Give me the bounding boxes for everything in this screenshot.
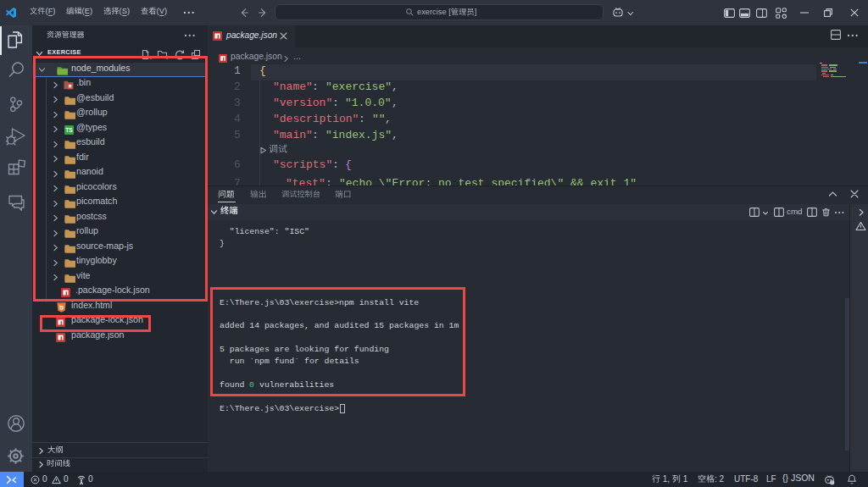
svg-text:,: , (385, 113, 392, 126)
svg-text:EXERCISE: EXERCISE (47, 48, 81, 56)
svg-text:&&: && (570, 177, 584, 185)
svg-text::: : (312, 81, 319, 94)
svg-text:"main": "main" (273, 130, 313, 142)
svg-text:[: [ (448, 8, 451, 16)
svg-text:exit: exit (590, 177, 616, 185)
svg-text:1: 1 (234, 65, 241, 78)
svg-text:"exercise": "exercise" (326, 81, 392, 94)
svg-text::: : (359, 113, 365, 126)
svg-text:}: } (220, 239, 225, 248)
svg-text:,: , (392, 97, 398, 110)
svg-text:no: no (438, 177, 452, 185)
svg-text:1,: 1, (663, 473, 670, 483)
svg-text:6: 6 (234, 159, 241, 172)
svg-text:1: 1 (683, 473, 688, 483)
svg-text:test: test (458, 177, 484, 185)
svg-text:"": "" (372, 113, 386, 126)
svg-text:package.json: package.json (231, 52, 282, 61)
svg-text:"index.js": "index.js" (326, 130, 392, 142)
svg-text:exercise: exercise (417, 8, 447, 16)
svg-text:]: ] (475, 8, 477, 16)
svg-text:"version": "version" (273, 97, 332, 110)
svg-text:(E): (E) (82, 8, 92, 16)
svg-text:{}: {} (782, 473, 789, 483)
svg-text:"scripts": "scripts" (273, 159, 332, 172)
svg-text:specified\": specified\" (491, 177, 564, 185)
svg-text:3: 3 (234, 97, 241, 110)
svg-text:5: 5 (234, 130, 241, 142)
svg-text:0: 0 (64, 473, 69, 483)
svg-text:"license":: "license": (230, 227, 280, 236)
svg-text:1": 1" (623, 177, 637, 185)
svg-text:\"Error:: \"Error: (378, 177, 431, 185)
svg-text:(S): (S) (120, 8, 130, 16)
svg-text::: : (332, 97, 339, 110)
svg-text:,: , (392, 81, 398, 94)
svg-text:LF: LF (766, 473, 776, 483)
svg-text::: : (715, 473, 717, 483)
svg-text:2: 2 (720, 473, 725, 483)
svg-text:{: { (259, 65, 266, 78)
svg-text:(F): (F) (46, 8, 56, 16)
svg-text:,: , (392, 130, 398, 142)
svg-text:(V): (V) (157, 8, 167, 16)
svg-text:package.json: package.json (225, 30, 277, 40)
svg-text:"name": "name" (273, 81, 313, 94)
svg-text:{: { (345, 159, 352, 172)
svg-text:"echo: "echo (339, 177, 372, 185)
svg-text:UTF-8: UTF-8 (734, 473, 759, 483)
svg-text::: : (312, 130, 319, 142)
svg-text:JSON: JSON (791, 473, 815, 483)
svg-text:0: 0 (42, 473, 47, 483)
svg-text:"1.0.0": "1.0.0" (345, 97, 392, 110)
svg-text:"ISC": "ISC" (285, 227, 309, 236)
svg-text:"test": "test" (286, 177, 326, 185)
svg-text:E:\There.js\03\exercise>: E:\There.js\03\exercise> (220, 403, 339, 412)
svg-text:2: 2 (234, 81, 241, 94)
svg-text::: : (332, 159, 339, 172)
svg-text:cmd: cmd (787, 206, 803, 215)
svg-text:4: 4 (234, 113, 241, 126)
svg-text:7: 7 (234, 177, 241, 185)
svg-text:0: 0 (88, 473, 93, 483)
svg-text:...: ... (293, 50, 301, 60)
svg-text:"description": "description" (273, 113, 359, 126)
svg-text::: : (326, 177, 332, 185)
svg-text:!: ! (832, 480, 832, 484)
